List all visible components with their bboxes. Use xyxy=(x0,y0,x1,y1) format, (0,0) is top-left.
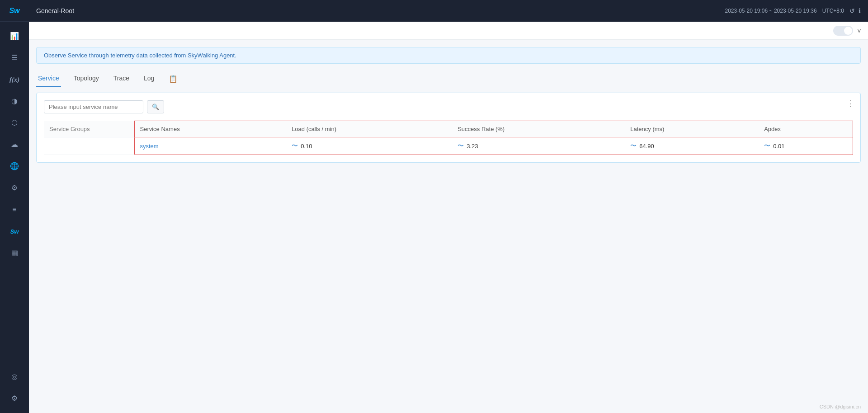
load-trend-icon: 〜 xyxy=(292,142,298,150)
sw-brand-icon: Sw xyxy=(10,228,19,235)
load-value: 0.10 xyxy=(301,143,312,150)
col-header-latency: Latency (ms) xyxy=(625,121,759,137)
latency-value: 64.90 xyxy=(639,143,654,150)
pie-icon: ◑ xyxy=(11,98,18,105)
col-header-success: Success Rate (%) xyxy=(452,121,625,137)
tab-docs-icon[interactable]: 📋 xyxy=(167,73,179,85)
content-area: Observe Service through telemetry data c… xyxy=(29,40,868,413)
tab-topology[interactable]: Topology xyxy=(72,71,101,87)
info-banner: Observe Service through telemetry data c… xyxy=(36,47,861,64)
tab-log[interactable]: Log xyxy=(142,71,156,87)
panel-menu-icon[interactable]: ⋮ xyxy=(847,99,855,108)
settings-icon: ⚙ xyxy=(11,395,18,402)
sidebar-item-profiling[interactable]: ⚙ xyxy=(0,177,29,199)
cell-success-rate: 〜 3.23 xyxy=(452,137,625,155)
menu-icon: ≡ xyxy=(12,206,16,213)
table-row: system 〜 0.10 〜 3.23 xyxy=(44,137,853,155)
utc-label: UTC+8:0 xyxy=(822,8,844,14)
list-icon: ☰ xyxy=(11,54,18,61)
view-toggle[interactable] xyxy=(833,26,853,36)
sidebar-nav: 📊 ☰ f(x) ◑ ⬡ ☁ 🌐 ⚙ ≡ Sw ▦ xyxy=(0,22,29,366)
tab-service[interactable]: Service xyxy=(36,71,61,87)
latency-trend-icon: 〜 xyxy=(630,142,637,150)
profiling-icon: ⚙ xyxy=(11,184,18,192)
banner-text: Observe Service through telemetry data c… xyxy=(44,52,236,59)
search-button[interactable]: 🔍 xyxy=(147,100,164,113)
sidebar-item-settings[interactable]: ⚙ xyxy=(0,388,29,409)
toggle-knob xyxy=(844,27,852,35)
main-area: General-Root 2023-05-20 19:06 ~ 2023-05-… xyxy=(29,0,868,413)
dashboard2-icon: ▦ xyxy=(11,249,18,257)
service-table: Service Groups Service Names Load (calls… xyxy=(44,121,853,155)
sidebar-item-skywalking[interactable]: Sw xyxy=(0,221,29,242)
network-icon: ⬡ xyxy=(11,119,18,127)
toggle-bar: V xyxy=(29,22,868,40)
watermark: CSDN @dgisini.cn xyxy=(820,404,861,409)
page-title: General-Root xyxy=(36,7,74,14)
sidebar-item-menu[interactable]: ≡ xyxy=(0,199,29,221)
sidebar: Sw 📊 ☰ f(x) ◑ ⬡ ☁ 🌐 ⚙ ≡ Sw xyxy=(0,0,29,413)
col-header-load: Load (calls / min) xyxy=(286,121,452,137)
sidebar-item-list[interactable]: ☰ xyxy=(0,47,29,69)
sidebar-logo: Sw xyxy=(0,0,29,22)
search-bar: 🔍 xyxy=(44,100,853,113)
cell-load: 〜 0.10 xyxy=(286,137,452,155)
sidebar-item-cloud[interactable]: ☁ xyxy=(0,134,29,155)
dashboard-icon: 📊 xyxy=(10,33,19,40)
search-input[interactable] xyxy=(44,100,143,113)
function-icon: f(x) xyxy=(9,76,20,83)
header-right: 2023-05-20 19:06 ~ 2023-05-20 19:36 UTC+… xyxy=(725,7,861,14)
col-header-names: Service Names xyxy=(134,121,286,137)
refresh-icon[interactable]: ↺ xyxy=(849,7,855,14)
header-icons: ↺ ℹ xyxy=(849,7,861,14)
cloud-icon: ☁ xyxy=(11,141,18,148)
apdex-value: 0.01 xyxy=(773,143,784,150)
sidebar-item-dashboard2[interactable]: ▦ xyxy=(0,242,29,264)
service-name-link[interactable]: system xyxy=(140,143,159,150)
globe-icon: 🌐 xyxy=(10,163,19,170)
sidebar-item-globe[interactable]: 🌐 xyxy=(0,155,29,177)
sidebar-item-pie[interactable]: ◑ xyxy=(0,90,29,112)
info-icon[interactable]: ℹ xyxy=(859,7,861,14)
col-header-apdex: Apdex xyxy=(759,121,853,137)
col-header-groups: Service Groups xyxy=(44,121,134,137)
sidebar-item-network[interactable]: ⬡ xyxy=(0,112,29,134)
success-value: 3.23 xyxy=(467,143,478,150)
sidebar-item-alarm[interactable]: ◎ xyxy=(0,366,29,388)
top-header: General-Root 2023-05-20 19:06 ~ 2023-05-… xyxy=(29,0,868,22)
alarm-icon: ◎ xyxy=(11,373,18,380)
sidebar-item-function[interactable]: f(x) xyxy=(0,69,29,90)
tab-trace[interactable]: Trace xyxy=(112,71,131,87)
sidebar-bottom: ◎ ⚙ xyxy=(0,366,29,413)
cell-group xyxy=(44,137,134,155)
sw-logo-icon: Sw xyxy=(9,7,19,15)
toggle-label: V xyxy=(858,28,861,33)
sidebar-item-dashboard[interactable]: 📊 xyxy=(0,25,29,47)
cell-latency: 〜 64.90 xyxy=(625,137,759,155)
apdex-trend-icon: 〜 xyxy=(764,142,770,150)
time-range: 2023-05-20 19:06 ~ 2023-05-20 19:36 xyxy=(725,8,816,14)
search-icon: 🔍 xyxy=(152,103,159,110)
tab-bar: Service Topology Trace Log 📋 xyxy=(36,71,861,87)
cell-apdex: 〜 0.01 xyxy=(759,137,853,155)
cell-service-name: system xyxy=(134,137,286,155)
service-panel: ⋮ 🔍 Service Groups Service Names Load (c… xyxy=(36,93,861,163)
success-trend-icon: 〜 xyxy=(458,142,464,150)
